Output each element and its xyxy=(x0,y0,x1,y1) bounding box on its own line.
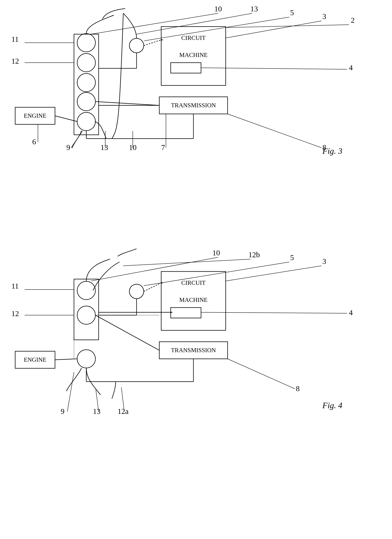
svg-line-35 xyxy=(227,114,321,148)
circuit-label-fig3: CIRCUIT xyxy=(181,34,206,41)
svg-marker-14 xyxy=(161,39,164,41)
label-8-fig4: 8 xyxy=(296,384,300,393)
svg-line-46 xyxy=(95,315,159,350)
label-8-fig3: 8 xyxy=(322,143,326,152)
svg-point-5 xyxy=(77,112,95,131)
machine-label-fig4: MACHINE xyxy=(179,296,208,303)
svg-line-61 xyxy=(91,257,218,281)
svg-line-12 xyxy=(95,101,159,105)
svg-marker-54 xyxy=(170,312,173,313)
label-12a-fig4: 12a xyxy=(118,407,129,416)
svg-line-31 xyxy=(71,131,82,148)
label-11-fig4: 11 xyxy=(11,282,19,290)
svg-rect-43 xyxy=(171,308,201,318)
svg-line-23 xyxy=(226,21,321,38)
svg-point-39 xyxy=(77,350,95,368)
label-13bot-fig3: 13 xyxy=(100,143,108,152)
machine-label-fig3: MACHINE xyxy=(179,51,208,58)
label-13-fig4: 13 xyxy=(93,407,100,416)
label-3-fig4: 3 xyxy=(322,257,326,266)
label-5-fig4: 5 xyxy=(290,253,294,262)
label-4-fig4: 4 xyxy=(349,308,353,317)
label-10top-fig3: 10 xyxy=(214,5,222,13)
label-12-fig4: 12 xyxy=(11,309,19,318)
svg-point-3 xyxy=(77,73,95,92)
svg-line-59 xyxy=(144,262,289,286)
label-4-fig3: 4 xyxy=(349,63,353,72)
svg-point-37 xyxy=(77,281,95,300)
svg-line-65 xyxy=(227,359,295,389)
engine-label-fig4: ENGINE xyxy=(24,356,46,363)
transmission-label-fig4: TRANSMISSION xyxy=(171,347,216,354)
label-5-fig3: 5 xyxy=(290,8,294,17)
svg-point-1 xyxy=(77,34,95,52)
label-9-fig4: 9 xyxy=(61,407,65,416)
svg-point-6 xyxy=(129,38,144,53)
svg-line-60 xyxy=(123,259,250,266)
label-6-fig3: 6 xyxy=(32,137,36,146)
svg-line-66 xyxy=(67,372,74,412)
label-9-fig3: 9 xyxy=(66,143,70,152)
svg-point-2 xyxy=(77,53,95,72)
label-7-fig3: 7 xyxy=(161,143,165,152)
transmission-label-fig3: TRANSMISSION xyxy=(171,102,216,109)
diagram-container: ENGINE CIRCUIT MACHINE TRANSMISSION Fig.… xyxy=(0,0,392,539)
svg-line-45 xyxy=(55,359,77,360)
svg-line-29 xyxy=(201,68,347,69)
label-12b-fig4: 12b xyxy=(248,250,260,259)
svg-line-58 xyxy=(226,266,321,281)
svg-line-64 xyxy=(201,312,347,313)
svg-point-38 xyxy=(77,306,95,324)
svg-line-13 xyxy=(144,40,161,46)
fig4-title: Fig. 4 xyxy=(322,401,342,410)
label-12-fig3: 12 xyxy=(11,57,19,65)
label-13top-fig3: 13 xyxy=(250,5,258,13)
circuit-label-fig4: CIRCUIT xyxy=(181,279,206,286)
svg-point-4 xyxy=(77,92,95,111)
engine-label-fig3: ENGINE xyxy=(24,112,46,119)
label-2-fig3: 2 xyxy=(351,16,355,24)
svg-rect-9 xyxy=(171,63,201,73)
label-10-fig4: 10 xyxy=(213,249,220,257)
label-3-fig3: 3 xyxy=(322,12,326,21)
svg-point-40 xyxy=(129,284,144,299)
label-11-fig3: 11 xyxy=(11,35,19,43)
